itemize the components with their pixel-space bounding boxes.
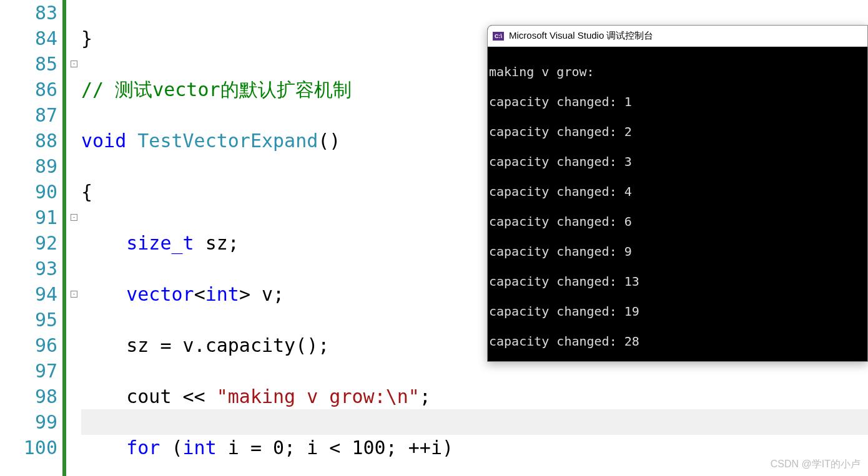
line-number-gutter: 83 84 85 86 87 88 89 90 91 92 93 94 95 9… (0, 0, 62, 476)
console-line: capacity changed: 2 (489, 124, 867, 139)
ln-100: 100 (0, 435, 57, 460)
ln-90: 90 (0, 179, 57, 205)
console-line: making v grow: (489, 64, 867, 79)
ln-92: 92 (0, 230, 57, 256)
ln-83: 83 (0, 0, 57, 26)
console-line: capacity changed: 13 (489, 274, 867, 289)
ln-98: 98 (0, 384, 57, 409)
console-app-icon: C:\ (493, 32, 504, 41)
console-line: capacity changed: 28 (489, 334, 867, 349)
console-line: capacity changed: 9 (489, 244, 867, 259)
ln-88: 88 (0, 128, 57, 153)
ln-95: 95 (0, 307, 57, 333)
code-line-90: cout << "making v grow:\n"; (81, 384, 701, 409)
console-title-text: Microsoft Visual Studio 调试控制台 (509, 30, 653, 42)
watermark-text: CSDN @学IT的小卢 (771, 458, 861, 471)
code-line-91: for (int i = 0; i < 100; ++i) (81, 435, 701, 460)
change-indicator-bar (62, 0, 66, 476)
console-line: capacity changed: 4 (489, 184, 867, 199)
ln-84: 84 (0, 26, 57, 51)
fold-toggle-icon[interactable]: - (71, 61, 77, 67)
console-line: capacity changed: 1 (489, 94, 867, 109)
ln-85: 85 (0, 51, 57, 77)
debug-console-window[interactable]: C:\ Microsoft Visual Studio 调试控制台 making… (487, 25, 868, 362)
ln-94: 94 (0, 281, 57, 307)
console-line: capacity changed: 3 (489, 154, 867, 169)
console-line: capacity changed: 19 (489, 304, 867, 319)
fold-toggle-icon[interactable]: - (71, 291, 77, 298)
console-line: capacity changed: 6 (489, 214, 867, 229)
console-titlebar[interactable]: C:\ Microsoft Visual Studio 调试控制台 (488, 26, 867, 47)
fold-toggle-icon[interactable]: - (71, 214, 77, 221)
ln-96: 96 (0, 333, 57, 358)
ln-93: 93 (0, 256, 57, 281)
ln-97: 97 (0, 358, 57, 384)
ln-86: 86 (0, 77, 57, 102)
ln-91: 91 (0, 205, 57, 230)
ln-99: 99 (0, 409, 57, 435)
fold-column: - - - (69, 0, 81, 476)
ln-89: 89 (0, 153, 57, 179)
console-output-area[interactable]: making v grow: capacity changed: 1 capac… (488, 47, 867, 362)
ln-87: 87 (0, 102, 57, 128)
